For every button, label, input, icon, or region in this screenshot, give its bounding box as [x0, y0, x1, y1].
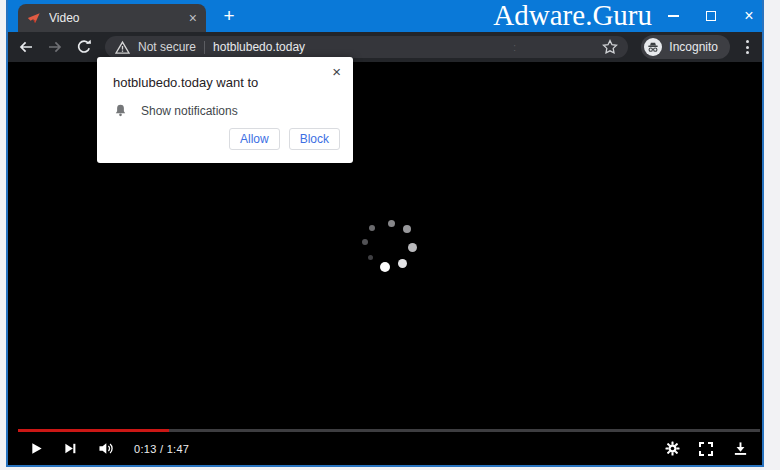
controls-row: 0:13 / 1:47 [8, 432, 762, 465]
title-bar: Video × + Adware.Guru × [8, 0, 762, 32]
permission-row: Show notifications [113, 103, 353, 118]
tab-close-icon[interactable]: × [189, 11, 197, 25]
tab-title: Video [49, 11, 189, 25]
new-tab-button[interactable]: + [215, 0, 243, 32]
window-controls: × [667, 0, 755, 32]
url-text: hotblubedo.today [213, 40, 305, 54]
incognito-badge: Incognito [641, 35, 730, 59]
forward-icon[interactable] [47, 39, 63, 55]
download-icon[interactable] [724, 436, 756, 462]
reload-icon[interactable] [76, 39, 92, 55]
dialog-title: hotblubedo.today want to [97, 57, 353, 90]
next-icon[interactable] [54, 436, 86, 462]
star-icon[interactable] [602, 39, 618, 55]
incognito-icon [644, 38, 662, 56]
volume-icon[interactable] [88, 436, 124, 462]
watermark-title: Adware.Guru [493, 0, 652, 32]
progress-bar[interactable] [18, 429, 760, 432]
time-display: 0:13 / 1:47 [134, 443, 189, 455]
play-icon[interactable] [20, 436, 52, 462]
warning-icon [115, 40, 130, 55]
tab-favicon-icon [27, 11, 41, 25]
back-icon[interactable] [18, 39, 34, 55]
incognito-label: Incognito [669, 40, 718, 54]
fullscreen-icon[interactable] [690, 436, 722, 462]
permission-text: Show notifications [141, 104, 238, 118]
progress-fill [18, 429, 169, 432]
kebab-menu-icon[interactable] [743, 40, 752, 54]
browser-window: Video × + Adware.Guru × Not se [6, 0, 764, 467]
address-bar[interactable]: Not secure hotblubedo.today : [105, 36, 628, 58]
dialog-close-icon[interactable]: × [332, 64, 341, 79]
allow-button[interactable]: Allow [229, 128, 280, 150]
close-icon[interactable]: × [743, 9, 755, 23]
maximize-icon[interactable] [705, 9, 717, 23]
tab-video[interactable]: Video × [18, 4, 206, 32]
block-button[interactable]: Block [289, 128, 340, 150]
minimize-icon[interactable] [667, 9, 679, 23]
omnibox-divider [204, 41, 205, 54]
omnibox-spacer: : [313, 42, 594, 53]
gear-icon[interactable] [656, 436, 688, 462]
notification-permission-dialog: × hotblubedo.today want to Show notifica… [97, 57, 353, 163]
dialog-buttons: Allow Block [229, 128, 340, 150]
security-label: Not secure [138, 40, 196, 54]
video-controls: 0:13 / 1:47 [8, 429, 762, 465]
bell-icon [113, 103, 128, 118]
page-artifact: : [513, 42, 516, 53]
loading-spinner [359, 216, 421, 274]
